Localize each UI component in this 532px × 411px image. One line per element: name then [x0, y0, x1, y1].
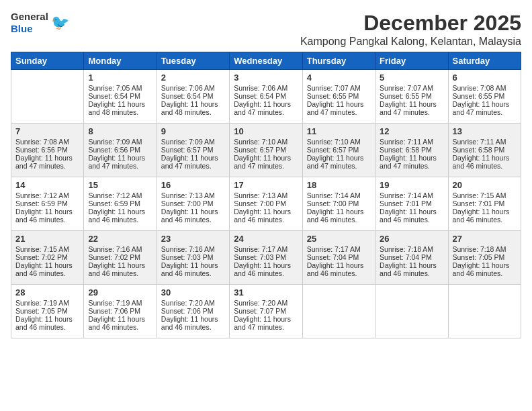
calendar-cell: 25Sunrise: 7:17 AMSunset: 7:04 PMDayligh… — [302, 231, 375, 285]
day-number: 15 — [88, 180, 152, 190]
sunset-text: Sunset: 6:55 PM — [307, 92, 371, 100]
day-number: 14 — [15, 180, 79, 190]
calendar-cell — [11, 70, 84, 124]
day-number: 11 — [307, 126, 371, 136]
sunset-text: Sunset: 6:55 PM — [453, 92, 517, 100]
daylight-text: Daylight: 11 hours and 46 minutes. — [453, 208, 517, 224]
daylight-text: Daylight: 11 hours and 46 minutes. — [15, 315, 79, 331]
sunrise-text: Sunrise: 7:08 AM — [453, 84, 517, 92]
sunset-text: Sunset: 7:02 PM — [88, 253, 152, 261]
sunrise-text: Sunrise: 7:06 AM — [161, 84, 225, 92]
sunrise-text: Sunrise: 7:17 AM — [234, 245, 298, 253]
day-number: 19 — [380, 180, 443, 190]
daylight-text: Daylight: 11 hours and 47 minutes. — [161, 154, 225, 170]
daylight-text: Daylight: 11 hours and 46 minutes. — [234, 208, 298, 224]
sunset-text: Sunset: 7:03 PM — [234, 253, 298, 261]
calendar-week-row: 14Sunrise: 7:12 AMSunset: 6:59 PMDayligh… — [11, 177, 521, 231]
day-number: 2 — [161, 73, 225, 83]
sunrise-text: Sunrise: 7:09 AM — [161, 138, 225, 146]
daylight-text: Daylight: 11 hours and 46 minutes. — [307, 208, 371, 224]
calendar-cell: 13Sunrise: 7:11 AMSunset: 6:58 PMDayligh… — [448, 124, 521, 177]
sunset-text: Sunset: 6:54 PM — [88, 92, 152, 100]
calendar-cell — [448, 285, 521, 338]
header-thursday: Thursday — [302, 52, 375, 70]
calendar-cell: 8Sunrise: 7:09 AMSunset: 6:56 PMDaylight… — [84, 124, 157, 177]
calendar-cell: 29Sunrise: 7:19 AMSunset: 7:06 PMDayligh… — [84, 285, 157, 338]
location-title: Kampong Pangkal Kalong, Kelantan, Malays… — [300, 36, 521, 48]
sunset-text: Sunset: 6:58 PM — [380, 146, 443, 154]
header-friday: Friday — [375, 52, 448, 70]
calendar-cell — [302, 285, 375, 338]
daylight-text: Daylight: 11 hours and 47 minutes. — [15, 154, 79, 170]
sunrise-text: Sunrise: 7:18 AM — [453, 245, 517, 253]
sunset-text: Sunset: 6:55 PM — [380, 92, 443, 100]
day-number: 8 — [88, 126, 152, 136]
sunrise-text: Sunrise: 7:18 AM — [380, 245, 443, 253]
sunrise-text: Sunrise: 7:15 AM — [453, 191, 517, 199]
sunrise-text: Sunrise: 7:19 AM — [15, 299, 79, 307]
calendar-cell: 19Sunrise: 7:14 AMSunset: 7:01 PMDayligh… — [375, 177, 448, 231]
day-number: 5 — [380, 73, 443, 83]
sunrise-text: Sunrise: 7:11 AM — [453, 138, 517, 146]
logo-general: General — [11, 11, 48, 22]
calendar-cell: 31Sunrise: 7:20 AMSunset: 7:07 PMDayligh… — [230, 285, 302, 338]
sunset-text: Sunset: 7:01 PM — [453, 199, 517, 208]
logo-blue: Blue — [11, 23, 33, 34]
sunset-text: Sunset: 6:57 PM — [161, 146, 225, 154]
sunrise-text: Sunrise: 7:13 AM — [234, 191, 298, 199]
header-tuesday: Tuesday — [157, 52, 229, 70]
day-number: 27 — [453, 234, 517, 244]
sunrise-text: Sunrise: 7:19 AM — [88, 299, 152, 307]
daylight-text: Daylight: 11 hours and 46 minutes. — [453, 261, 517, 277]
calendar-cell: 6Sunrise: 7:08 AMSunset: 6:55 PMDaylight… — [448, 70, 521, 124]
daylight-text: Daylight: 11 hours and 46 minutes. — [15, 208, 79, 224]
daylight-text: Daylight: 11 hours and 46 minutes. — [88, 315, 152, 331]
logo: General Blue 🐦 — [11, 11, 69, 35]
daylight-text: Daylight: 11 hours and 46 minutes. — [88, 208, 152, 224]
day-number: 1 — [88, 73, 152, 83]
sunrise-text: Sunrise: 7:16 AM — [88, 245, 152, 253]
daylight-text: Daylight: 11 hours and 46 minutes. — [15, 261, 79, 277]
day-number: 30 — [161, 287, 225, 298]
month-title: December 2025 — [300, 11, 521, 36]
sunrise-text: Sunrise: 7:11 AM — [380, 138, 443, 146]
daylight-text: Daylight: 11 hours and 46 minutes. — [234, 261, 298, 277]
daylight-text: Daylight: 11 hours and 48 minutes. — [88, 100, 152, 116]
sunset-text: Sunset: 6:57 PM — [307, 146, 371, 154]
calendar-cell: 24Sunrise: 7:17 AMSunset: 7:03 PMDayligh… — [230, 231, 302, 285]
day-number: 7 — [15, 126, 79, 136]
calendar-table: SundayMondayTuesdayWednesdayThursdayFrid… — [11, 52, 521, 338]
day-number: 3 — [234, 73, 298, 83]
header-monday: Monday — [84, 52, 157, 70]
daylight-text: Daylight: 11 hours and 47 minutes. — [453, 100, 517, 116]
day-number: 28 — [15, 287, 79, 298]
daylight-text: Daylight: 11 hours and 46 minutes. — [88, 261, 152, 277]
calendar-cell: 28Sunrise: 7:19 AMSunset: 7:05 PMDayligh… — [11, 285, 84, 338]
calendar-cell: 20Sunrise: 7:15 AMSunset: 7:01 PMDayligh… — [448, 177, 521, 231]
calendar-cell: 30Sunrise: 7:20 AMSunset: 7:06 PMDayligh… — [157, 285, 229, 338]
day-number: 18 — [307, 180, 371, 190]
sunset-text: Sunset: 7:00 PM — [307, 199, 371, 208]
calendar-cell: 2Sunrise: 7:06 AMSunset: 6:54 PMDaylight… — [157, 70, 229, 124]
sunset-text: Sunset: 6:54 PM — [234, 92, 298, 100]
sunset-text: Sunset: 7:06 PM — [88, 307, 152, 315]
calendar-cell: 5Sunrise: 7:07 AMSunset: 6:55 PMDaylight… — [375, 70, 448, 124]
sunset-text: Sunset: 7:04 PM — [380, 253, 443, 261]
calendar-cell: 23Sunrise: 7:16 AMSunset: 7:03 PMDayligh… — [157, 231, 229, 285]
sunset-text: Sunset: 7:07 PM — [234, 307, 298, 315]
sunset-text: Sunset: 7:00 PM — [234, 199, 298, 208]
sunset-text: Sunset: 6:57 PM — [234, 146, 298, 154]
day-number: 12 — [380, 126, 443, 136]
sunrise-text: Sunrise: 7:14 AM — [307, 191, 371, 199]
day-number: 24 — [234, 234, 298, 244]
day-number: 20 — [453, 180, 517, 190]
daylight-text: Daylight: 11 hours and 47 minutes. — [307, 154, 371, 170]
title-block: December 2025 Kampong Pangkal Kalong, Ke… — [300, 11, 521, 48]
day-number: 22 — [88, 234, 152, 244]
day-number: 31 — [234, 287, 298, 298]
daylight-text: Daylight: 11 hours and 46 minutes. — [380, 208, 443, 224]
header-wednesday: Wednesday — [230, 52, 302, 70]
sunrise-text: Sunrise: 7:16 AM — [161, 245, 225, 253]
day-number: 6 — [453, 73, 517, 83]
sunset-text: Sunset: 6:56 PM — [15, 146, 79, 154]
